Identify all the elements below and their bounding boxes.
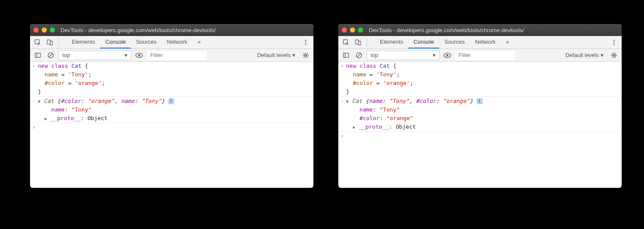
zoom-icon[interactable]: [358, 27, 363, 33]
output-marker-icon: ‹: [30, 97, 38, 123]
zoom-icon[interactable]: [50, 27, 55, 33]
svg-rect-27: [343, 53, 349, 57]
svg-rect-1: [47, 40, 50, 44]
gear-icon[interactable]: [301, 50, 311, 60]
svg-line-18: [307, 57, 307, 57]
kebab-menu-icon[interactable]: [609, 37, 619, 48]
disclosure-triangle-icon[interactable]: [346, 97, 349, 105]
device-icon[interactable]: [45, 37, 55, 48]
context-label: top: [371, 52, 378, 58]
svg-line-41: [612, 57, 612, 57]
prompt-icon: ›: [30, 123, 38, 132]
console-prompt[interactable]: [38, 123, 313, 132]
filter-input[interactable]: [455, 51, 515, 60]
titlebar: DevTools - developers.google.com/web/too…: [338, 24, 622, 36]
chevron-down-icon: ▾: [125, 52, 128, 58]
svg-point-3: [305, 39, 307, 41]
main-tabs: Elements Console Sources Network »: [338, 36, 622, 49]
tab-console[interactable]: Console: [408, 36, 439, 48]
minimize-icon[interactable]: [42, 27, 47, 33]
tab-network[interactable]: Network: [470, 36, 501, 48]
sidebar-toggle-icon[interactable]: [33, 50, 43, 60]
context-selector[interactable]: top ▾: [58, 51, 131, 60]
close-icon[interactable]: [33, 27, 39, 33]
console-toolbar: top ▾ Default levels ▾: [338, 49, 622, 62]
svg-point-4: [305, 42, 307, 43]
filter-input[interactable]: [147, 51, 207, 60]
live-expr-icon[interactable]: [442, 50, 453, 60]
prompt-icon: ›: [338, 132, 346, 140]
kebab-menu-icon[interactable]: [301, 37, 311, 48]
tab-more[interactable]: »: [192, 36, 206, 48]
svg-point-24: [614, 39, 615, 41]
levels-selector[interactable]: Default levels ▾: [255, 52, 298, 58]
console-area: › new class Cat { name = 'Tony'; #color …: [338, 62, 622, 145]
levels-selector[interactable]: Default levels ▾: [563, 52, 606, 58]
disclosure-triangle-icon[interactable]: [353, 123, 355, 131]
tab-more[interactable]: »: [501, 36, 514, 48]
info-icon[interactable]: i: [168, 98, 174, 104]
tab-network[interactable]: Network: [162, 36, 193, 48]
input-marker-icon: ›: [30, 62, 38, 96]
svg-point-26: [614, 44, 615, 45]
context-label: top: [62, 52, 70, 58]
window-title: DevTools - developers.google.com/web/too…: [369, 27, 524, 33]
devtools-window-right: DevTools - developers.google.com/web/too…: [338, 24, 622, 188]
context-selector[interactable]: top ▾: [367, 51, 440, 60]
info-icon[interactable]: i: [477, 98, 483, 104]
console-output[interactable]: Cat {#color: "orange", name: "Tony"} i n…: [38, 97, 313, 123]
live-expr-icon[interactable]: [134, 50, 144, 60]
disclosure-triangle-icon[interactable]: [38, 97, 40, 105]
window-title: DevTools - developers.google.com/web/too…: [61, 27, 216, 33]
chevron-down-icon: ▾: [433, 52, 436, 58]
console-output[interactable]: Cat {name: "Tony", #color: "orange"} i n…: [346, 97, 622, 132]
svg-point-12: [305, 54, 307, 56]
levels-label: Default levels: [257, 52, 291, 58]
console-input-code: new class Cat { name = 'Tony'; #color = …: [346, 62, 622, 96]
gear-icon[interactable]: [609, 50, 619, 60]
clear-console-icon[interactable]: [354, 50, 364, 60]
inspect-icon[interactable]: [341, 37, 351, 48]
svg-rect-23: [358, 41, 361, 45]
devtools-window-left: DevTools - developers.google.com/web/too…: [30, 24, 313, 188]
svg-rect-6: [35, 53, 40, 57]
svg-line-20: [304, 57, 304, 57]
disclosure-triangle-icon[interactable]: [45, 114, 47, 123]
console-input-code: new class Cat { name = 'Tony'; #color = …: [38, 62, 313, 96]
tab-elements[interactable]: Elements: [375, 36, 408, 48]
chevron-down-icon: ▾: [292, 52, 295, 58]
svg-rect-22: [355, 40, 358, 44]
svg-line-38: [612, 53, 612, 54]
device-icon[interactable]: [353, 37, 363, 48]
svg-point-33: [613, 54, 615, 56]
tab-console[interactable]: Console: [100, 36, 131, 48]
titlebar: DevTools - developers.google.com/web/too…: [30, 24, 313, 36]
svg-point-5: [305, 44, 307, 45]
close-icon[interactable]: [342, 27, 347, 33]
svg-point-25: [614, 42, 615, 43]
console-toolbar: top ▾ Default levels ▾: [30, 49, 313, 62]
svg-point-32: [447, 54, 449, 56]
svg-rect-2: [50, 41, 52, 45]
svg-line-17: [304, 53, 304, 54]
svg-line-39: [615, 57, 616, 57]
input-marker-icon: ›: [338, 62, 346, 96]
levels-label: Default levels: [565, 52, 599, 58]
svg-line-40: [615, 53, 616, 54]
console-prompt[interactable]: [346, 132, 622, 140]
tab-elements[interactable]: Elements: [67, 36, 100, 48]
svg-line-30: [357, 54, 361, 57]
output-marker-icon: ‹: [338, 97, 346, 132]
tab-sources[interactable]: Sources: [439, 36, 470, 48]
svg-point-11: [138, 54, 140, 56]
svg-line-19: [307, 53, 307, 54]
clear-console-icon[interactable]: [46, 50, 56, 60]
minimize-icon[interactable]: [350, 27, 355, 33]
main-tabs: Elements Console Sources Network »: [30, 36, 313, 49]
svg-line-9: [49, 54, 52, 57]
chevron-down-icon: ▾: [601, 52, 604, 58]
console-area: › new class Cat { name = 'Tony'; #color …: [30, 62, 313, 136]
sidebar-toggle-icon[interactable]: [341, 50, 351, 60]
tab-sources[interactable]: Sources: [131, 36, 162, 48]
inspect-icon[interactable]: [33, 37, 43, 48]
